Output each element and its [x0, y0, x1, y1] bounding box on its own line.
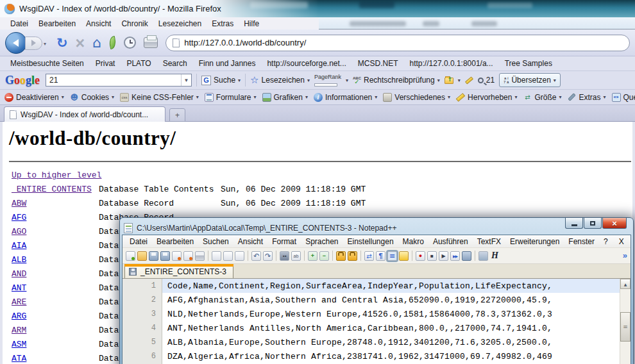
search-dropdown-icon[interactable]: ▼	[181, 74, 191, 86]
replace-icon[interactable]	[291, 251, 301, 261]
function-completion-icon[interactable]	[399, 251, 409, 261]
history-clock-icon[interactable]	[124, 37, 136, 49]
webdev-item[interactable]: Quelltext ▾	[612, 93, 635, 102]
zoom-in-icon[interactable]	[308, 251, 318, 261]
up-to-higher-level-link[interactable]: Up to higher level	[12, 170, 101, 180]
close-button[interactable]: ×	[602, 218, 627, 229]
feed-leaf-icon[interactable]	[108, 36, 117, 49]
sync-vertical-scroll-icon[interactable]	[336, 251, 346, 261]
toolbar-overflow-chevron[interactable]: »	[623, 251, 627, 260]
bookmark-item[interactable]: http://127.0.0.1:8001/a...	[405, 59, 495, 68]
bookmark-item[interactable]: Tree Samples	[500, 59, 554, 68]
bookmark-item[interactable]: Privat	[90, 59, 117, 68]
cut-icon[interactable]	[212, 251, 221, 261]
close-all-icon[interactable]	[183, 251, 193, 261]
sync-horizontal-scroll-icon[interactable]	[348, 251, 357, 261]
back-button[interactable]	[5, 32, 27, 54]
separator[interactable]	[304, 251, 305, 261]
menu-item[interactable]: Bearbeiten	[152, 237, 198, 246]
menu-item[interactable]: ?	[599, 237, 613, 246]
entry-link[interactable]: _ENTIRE_CONTENTS	[12, 185, 92, 194]
word-wrap-icon[interactable]	[364, 251, 374, 261]
menu-item[interactable]: Datei	[125, 237, 152, 246]
menu-item[interactable]: Hilfe	[239, 19, 264, 28]
find-count-indicator[interactable]: 21	[478, 76, 495, 85]
webdev-item[interactable]: Deaktivieren ▾	[4, 93, 64, 102]
macro-save-icon[interactable]	[462, 251, 471, 261]
entry-link[interactable]: AND	[12, 269, 26, 279]
menu-item[interactable]: TextFX	[473, 237, 505, 246]
dropdown-caret-icon[interactable]: ▾	[458, 78, 461, 83]
show-all-characters-icon[interactable]	[376, 251, 385, 261]
menu-item[interactable]: Extras	[207, 19, 239, 28]
webdev-item[interactable]: Informationen ▾	[314, 93, 377, 102]
entry-link[interactable]: AFG	[12, 213, 26, 222]
bookmark-item[interactable]: Meistbesuchte Seiten	[5, 59, 86, 68]
tab-wsgidav[interactable]: WsgiDAV - Index of /world-db/count...	[4, 106, 165, 122]
separator[interactable]	[360, 251, 361, 261]
menu-item[interactable]: Erweiterungen	[505, 237, 564, 246]
macro-play-icon[interactable]	[439, 251, 448, 261]
webdev-item[interactable]: Cookies ▾	[70, 93, 114, 102]
google-search-button[interactable]: G Suche ▾	[201, 76, 241, 85]
entry-link[interactable]: ARG	[12, 311, 26, 321]
webdev-item[interactable]: Extras ▾	[567, 93, 605, 102]
save-icon[interactable]	[149, 251, 158, 261]
menu-item[interactable]: Makro	[398, 237, 428, 246]
new-tab-button[interactable]: +	[169, 108, 185, 122]
save-all-icon[interactable]	[160, 251, 170, 261]
separator[interactable]	[248, 251, 248, 261]
minimize-button[interactable]	[565, 218, 583, 229]
bookmark-item[interactable]: http://sourceforge.net...	[262, 59, 348, 68]
bookmark-item[interactable]: Finn und Jannes	[194, 59, 258, 68]
stop-button[interactable]: ×	[76, 37, 85, 49]
firefox-titlebar[interactable]: WsgiDAV - Index of /world-db/country/ - …	[0, 0, 319, 17]
google-bookmarks-button[interactable]: ☆ Lesezeichen ▾	[250, 76, 310, 85]
close-file-icon[interactable]	[172, 251, 182, 261]
entry-link[interactable]: ASM	[12, 340, 26, 349]
separator[interactable]	[412, 251, 412, 261]
forward-button[interactable]	[25, 37, 42, 50]
entry-link[interactable]: ALB	[12, 255, 26, 265]
menu-item[interactable]: Datei	[5, 19, 33, 28]
menu-item[interactable]: Ansicht	[233, 237, 267, 246]
entry-link[interactable]: AGO	[12, 227, 26, 236]
webdev-item[interactable]: Grafiken ▾	[262, 93, 308, 102]
menu-item[interactable]: Chronik	[116, 19, 153, 28]
menu-item[interactable]: Bearbeiten	[33, 19, 81, 28]
bookmark-item[interactable]: Search	[158, 59, 189, 68]
macro-record-icon[interactable]	[416, 251, 425, 261]
document-tab[interactable]: _ENTIRE_CONTENTS-3	[124, 264, 233, 278]
indent-guide-icon[interactable]	[387, 251, 397, 261]
editor-scrollbar[interactable]	[620, 279, 631, 364]
entry-link[interactable]: ARM	[12, 326, 26, 335]
menu-item[interactable]: Ausführen	[428, 237, 473, 246]
reload-button[interactable]: ↻	[56, 35, 68, 51]
entry-link[interactable]: AIA	[12, 241, 26, 251]
separator[interactable]	[332, 251, 333, 261]
doc-switcher-icon[interactable]	[478, 251, 488, 261]
zoom-out-icon[interactable]	[319, 251, 329, 261]
history-dropdown-icon[interactable]: ▾	[44, 41, 46, 47]
highlighter-icon[interactable]	[465, 76, 473, 84]
url-bar[interactable]: http://127.0.0.1/world-db/country/	[165, 35, 630, 51]
webdev-item[interactable]: Verschiedenes ▾	[383, 93, 450, 102]
bookmark-item[interactable]: MCSD.NET	[353, 59, 400, 68]
menu-item[interactable]: Einstellungen	[343, 237, 398, 246]
send-to-folder-icon[interactable]	[444, 78, 453, 84]
html-viewer-icon[interactable]	[490, 251, 500, 261]
entry-link[interactable]: ARE	[12, 297, 26, 307]
entry-link[interactable]: ATA	[12, 354, 26, 363]
text-editor[interactable]: 1 Code,Name,Continent,Region,SurfaceArea…	[123, 279, 631, 364]
dropdown-caret-icon[interactable]: ▾	[346, 78, 348, 83]
pagerank-widget[interactable]: PageRank	[314, 74, 341, 87]
redo-icon[interactable]	[263, 251, 273, 261]
new-file-icon[interactable]	[126, 251, 135, 261]
print-icon[interactable]	[144, 37, 158, 48]
notepad-titlebar[interactable]: C:\Users\Martin\AppData\Local\Temp\_ENTI…	[122, 220, 631, 235]
open-file-icon[interactable]	[137, 251, 147, 261]
menu-item[interactable]: Suchen	[198, 237, 233, 246]
scrollbar-thumb[interactable]	[620, 312, 631, 342]
separator[interactable]	[276, 251, 276, 261]
macro-stop-icon[interactable]	[427, 251, 437, 261]
